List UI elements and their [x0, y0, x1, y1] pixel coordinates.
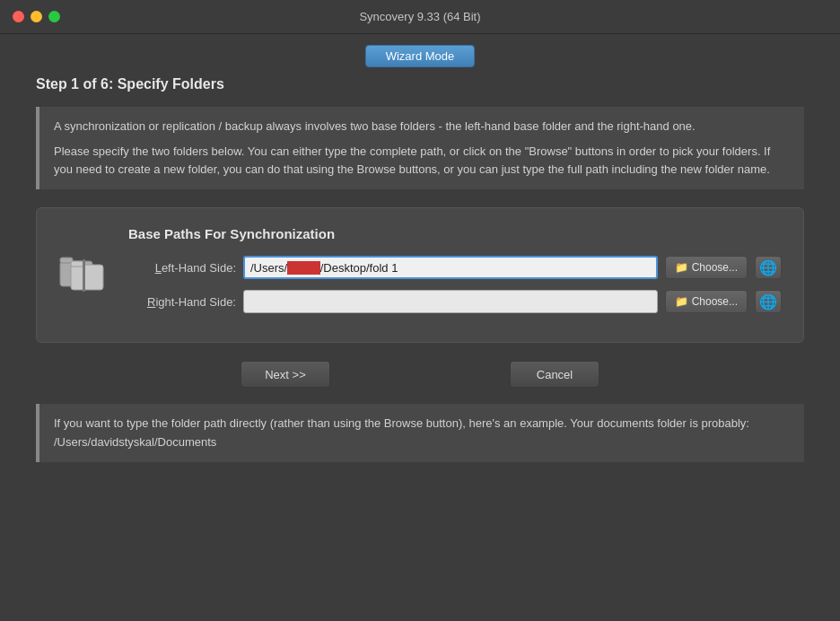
- next-button[interactable]: Next >>: [241, 361, 330, 388]
- globe-icon-right: 🌐: [759, 293, 777, 310]
- left-path-suffix: /Desktop/fold 1: [320, 261, 398, 275]
- wizard-mode-bar: Wizard Mode: [0, 34, 840, 76]
- left-label-underline: L: [155, 261, 162, 275]
- svg-rect-3: [71, 261, 83, 267]
- step-heading: Step 1 of 6: Specify Folders: [36, 76, 804, 92]
- left-choose-label: Choose...: [692, 261, 738, 274]
- info-paragraph-1: A synchronization or replication / backu…: [54, 118, 790, 136]
- titlebar: Syncovery 9.33 (64 Bit): [0, 0, 840, 34]
- bottom-info-text: If you want to type the folder path dire…: [54, 416, 749, 448]
- sync-form-title: Base Paths For Synchronization: [128, 226, 782, 241]
- folder-choose-icon-right: 📁: [675, 295, 688, 308]
- right-hand-row: Right-Hand Side: 📁 Choose... 🌐: [128, 290, 782, 313]
- wizard-mode-button[interactable]: Wizard Mode: [365, 45, 476, 67]
- right-label-text: ight-Hand Side:: [155, 295, 236, 309]
- cancel-button[interactable]: Cancel: [510, 361, 599, 388]
- globe-icon: 🌐: [759, 259, 777, 276]
- left-path-prefix: /Users/: [250, 261, 287, 275]
- action-buttons: Next >> Cancel: [36, 361, 804, 388]
- titlebar-buttons: [13, 11, 60, 22]
- folder-icon-area: [58, 252, 110, 299]
- left-path-highlight: [287, 261, 320, 275]
- right-choose-button[interactable]: 📁 Choose...: [665, 290, 748, 313]
- bottom-info-box: If you want to type the folder path dire…: [36, 404, 804, 461]
- left-choose-button[interactable]: 📁 Choose...: [665, 256, 748, 279]
- sync-form: Base Paths For Synchronization Left-Hand…: [128, 226, 782, 324]
- right-label: Right-Hand Side:: [128, 295, 236, 309]
- main-content: Step 1 of 6: Specify Folders A synchroni…: [0, 76, 840, 462]
- left-globe-button[interactable]: 🌐: [755, 256, 782, 279]
- svg-rect-2: [71, 265, 103, 290]
- left-label: Left-Hand Side:: [128, 261, 236, 275]
- left-label-text: eft-Hand Side:: [162, 261, 236, 275]
- folder-choose-icon: 📁: [675, 261, 688, 274]
- svg-rect-4: [83, 259, 85, 292]
- window-title: Syncovery 9.33 (64 Bit): [359, 10, 480, 23]
- maximize-button[interactable]: [48, 11, 60, 22]
- right-globe-button[interactable]: 🌐: [755, 290, 782, 313]
- info-box: A synchronization or replication / backu…: [36, 107, 804, 189]
- sync-panel: Base Paths For Synchronization Left-Hand…: [36, 207, 804, 343]
- left-hand-row: Left-Hand Side: /Users/ /Desktop/fold 1 …: [128, 256, 782, 279]
- folder-icon: [58, 252, 110, 299]
- minimize-button[interactable]: [31, 11, 42, 22]
- right-choose-label: Choose...: [692, 295, 738, 308]
- close-button[interactable]: [13, 11, 24, 22]
- info-paragraph-2: Please specify the two folders below. Yo…: [54, 143, 790, 179]
- left-path-input[interactable]: /Users/ /Desktop/fold 1: [243, 256, 658, 279]
- right-label-underline: R: [147, 295, 155, 309]
- right-path-input[interactable]: [243, 290, 658, 313]
